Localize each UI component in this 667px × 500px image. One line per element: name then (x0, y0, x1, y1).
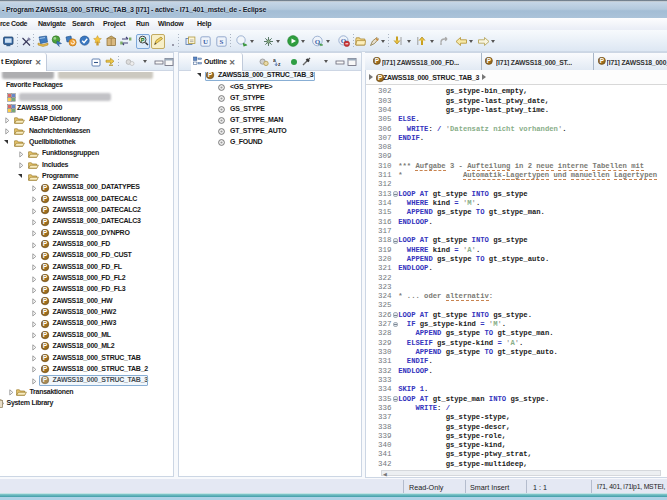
svg-text:P: P (43, 184, 48, 191)
svg-text:P: P (43, 218, 48, 225)
svg-text:P: P (43, 207, 48, 214)
svg-text:P: P (43, 275, 48, 282)
svg-text:z: z (278, 61, 281, 67)
svg-text:P: P (43, 229, 48, 236)
svg-text:P: P (43, 309, 48, 316)
svg-text:P: P (208, 72, 213, 79)
svg-text:P: P (374, 58, 379, 65)
svg-text:P: P (43, 331, 48, 338)
svg-text:U: U (203, 38, 208, 46)
svg-text:P: P (487, 58, 492, 65)
svg-text:P: P (43, 241, 48, 248)
svg-text:P: P (43, 286, 48, 293)
svg-text:S: S (220, 38, 224, 46)
svg-text:P: P (43, 365, 48, 372)
svg-text:P: P (378, 74, 383, 81)
svg-text:P: P (43, 354, 48, 361)
svg-text:P: P (43, 252, 48, 259)
svg-text:a: a (273, 57, 276, 63)
svg-text:P: P (43, 297, 48, 304)
svg-text:P: P (43, 343, 48, 350)
svg-text:P: P (43, 320, 48, 327)
svg-text:P: P (141, 37, 145, 43)
svg-text:P: P (43, 195, 48, 202)
svg-text:P: P (43, 263, 48, 270)
svg-text:P: P (600, 58, 605, 65)
